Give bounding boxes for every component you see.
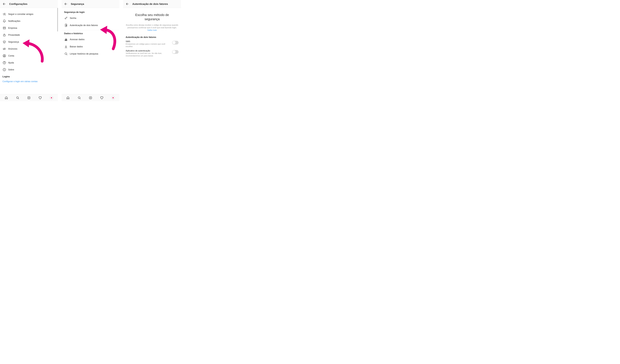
settings-item-help[interactable]: Ajuda bbox=[0, 59, 58, 66]
logins-section-label: Logins bbox=[0, 73, 58, 78]
nav-activity[interactable] bbox=[99, 95, 104, 100]
settings-item-security[interactable]: Segurança bbox=[0, 38, 58, 45]
download-icon bbox=[64, 45, 68, 48]
profile-avatar-icon bbox=[111, 96, 115, 100]
security-item-label: Limpar histórico de pesquisa bbox=[70, 53, 98, 55]
svg-rect-26 bbox=[66, 39, 66, 41]
data-history-heading: Dados e histórico bbox=[62, 31, 120, 36]
app-toggle[interactable] bbox=[172, 50, 179, 54]
svg-line-17 bbox=[18, 98, 19, 99]
back-button[interactable] bbox=[125, 1, 130, 7]
settings-item-label: Notificações bbox=[8, 20, 20, 22]
topbar: Configurações bbox=[0, 0, 58, 8]
nav-search[interactable] bbox=[15, 95, 20, 100]
page-title: Autenticação de dois fatores bbox=[132, 2, 168, 5]
security-item-access-data[interactable]: Acessar dados bbox=[62, 36, 120, 43]
hero-line2: segurança bbox=[145, 17, 160, 21]
svg-line-34 bbox=[80, 98, 80, 99]
arrow-left-icon bbox=[64, 2, 67, 6]
nav-new-post[interactable] bbox=[88, 95, 93, 100]
plus-square-icon bbox=[89, 96, 92, 99]
content-area: Escolha seu método de segurança Escolha … bbox=[123, 8, 181, 101]
add-user-icon bbox=[2, 12, 6, 16]
svg-line-5 bbox=[5, 48, 5, 48]
svg-line-7 bbox=[5, 49, 5, 50]
learn-more-link[interactable]: Saiba mais bbox=[147, 29, 157, 31]
hero-heading: Escolha seu método de segurança bbox=[123, 8, 181, 23]
svg-point-9 bbox=[4, 55, 5, 56]
settings-item-label: Sobre bbox=[8, 68, 14, 71]
settings-list: Seguir e convidar amigos Notificações Em… bbox=[0, 8, 58, 85]
lock-icon bbox=[2, 33, 6, 37]
login-security-heading: Segurança de login bbox=[62, 8, 120, 15]
svg-point-8 bbox=[3, 54, 6, 57]
bottom-nav bbox=[0, 94, 58, 101]
svg-rect-25 bbox=[65, 39, 65, 41]
multi-account-login-link[interactable]: Configurar o login em várias contas bbox=[0, 78, 58, 85]
svg-rect-27 bbox=[66, 39, 67, 41]
page-title: Configurações bbox=[9, 2, 27, 5]
two-factor-option-sms: SMS Enviaremos um código para o número q… bbox=[123, 40, 181, 48]
content-area: Segurança de login Senha Autenticação de… bbox=[62, 8, 120, 94]
bottom-nav bbox=[62, 94, 120, 101]
settings-item-label: Seguir e convidar amigos bbox=[8, 13, 33, 15]
settings-item-label: Conta bbox=[8, 55, 14, 57]
svg-rect-4 bbox=[3, 35, 5, 36]
two-factor-section-title: Autenticação de dois fatores bbox=[123, 31, 181, 40]
settings-item-about[interactable]: Sobre bbox=[0, 66, 58, 73]
app-option-title: Aplicativo de autenticação bbox=[126, 50, 172, 52]
settings-item-follow-invite[interactable]: Seguir e convidar amigos bbox=[0, 11, 58, 18]
svg-point-3 bbox=[4, 13, 5, 14]
sms-toggle[interactable] bbox=[172, 41, 179, 45]
user-circle-icon bbox=[2, 54, 6, 58]
settings-item-business[interactable]: Empresa bbox=[0, 25, 58, 31]
search-icon bbox=[78, 96, 81, 99]
hero-description-text: Escolha como deseja receber o código de … bbox=[126, 24, 178, 29]
profile-avatar-icon bbox=[50, 96, 53, 100]
security-item-clear-search[interactable]: Limpar histórico de pesquisa bbox=[62, 50, 120, 57]
sms-option-sub: Enviaremos um código para o número que v… bbox=[126, 43, 172, 48]
settings-item-label: Ajuda bbox=[8, 61, 14, 64]
security-item-password[interactable]: Senha bbox=[62, 15, 120, 22]
app-option-sub: Verificaremos se você tem um. Se não tiv… bbox=[126, 52, 172, 57]
nav-profile[interactable] bbox=[111, 95, 116, 100]
content-area: Seguir e convidar amigos Notificações Em… bbox=[0, 8, 58, 94]
sms-option-title: SMS bbox=[126, 40, 172, 43]
help-circle-icon bbox=[2, 61, 6, 65]
bar-chart-icon bbox=[64, 38, 68, 41]
nav-new-post[interactable] bbox=[26, 95, 31, 100]
hero-line1: Escolha seu método de bbox=[135, 13, 169, 17]
scrollbar[interactable] bbox=[57, 8, 58, 31]
settings-item-account[interactable]: Conta bbox=[0, 52, 58, 59]
plus-square-icon bbox=[27, 96, 31, 99]
svg-point-13 bbox=[4, 69, 4, 69]
heart-icon bbox=[38, 96, 42, 100]
settings-item-label: Segurança bbox=[8, 41, 19, 43]
security-item-label: Senha bbox=[70, 17, 76, 19]
nav-profile[interactable] bbox=[49, 95, 54, 100]
phone-shield-icon bbox=[64, 23, 68, 27]
shield-check-icon bbox=[2, 40, 6, 44]
back-button[interactable] bbox=[63, 1, 69, 7]
security-item-two-factor[interactable]: Autenticação de dois fatores bbox=[62, 22, 120, 29]
svg-line-31 bbox=[66, 54, 67, 55]
nav-home[interactable] bbox=[65, 95, 70, 100]
settings-item-label: Anúncios bbox=[8, 48, 17, 50]
back-button[interactable] bbox=[1, 1, 7, 7]
settings-item-ads[interactable]: Anúncios bbox=[0, 45, 58, 52]
screen-two-factor: Autenticação de dois fatores Escolha seu… bbox=[123, 0, 181, 101]
nav-search[interactable] bbox=[77, 95, 82, 100]
screen-settings: Configurações Seguir e convidar amigos N… bbox=[0, 0, 58, 101]
security-item-download-data[interactable]: Baixar dados bbox=[62, 43, 120, 50]
arrow-left-icon bbox=[126, 2, 129, 6]
key-icon bbox=[64, 16, 68, 20]
bell-icon bbox=[2, 19, 6, 23]
security-item-label: Acessar dados bbox=[70, 38, 85, 41]
two-factor-option-app: Aplicativo de autenticação Verificaremos… bbox=[123, 49, 181, 58]
nav-home[interactable] bbox=[4, 95, 9, 100]
settings-item-privacy[interactable]: Privacidade bbox=[0, 31, 58, 38]
settings-item-notifications[interactable]: Notificações bbox=[0, 18, 58, 25]
search-icon bbox=[16, 96, 19, 99]
nav-activity[interactable] bbox=[38, 95, 43, 100]
topbar: Segurança bbox=[62, 0, 120, 8]
